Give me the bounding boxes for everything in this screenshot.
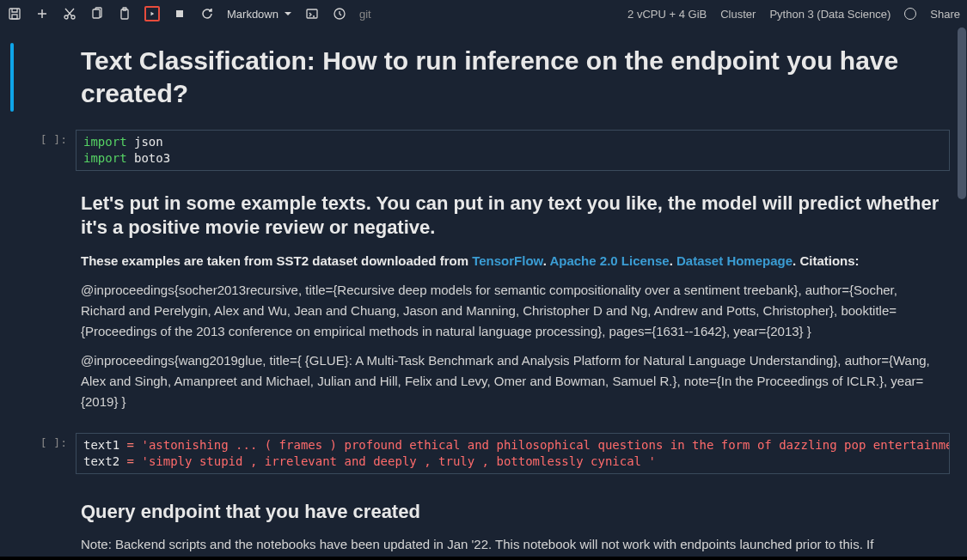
sources-paragraph: These examples are taken from SST2 datas… bbox=[81, 251, 941, 271]
cell-prompt: [ ]: bbox=[0, 130, 76, 146]
citation-1: @inproceedings{socher2013recursive, titl… bbox=[81, 280, 941, 342]
terminal-icon[interactable] bbox=[304, 6, 320, 21]
save-icon[interactable] bbox=[7, 6, 22, 21]
svg-rect-8 bbox=[307, 9, 317, 18]
markdown-cell-intro[interactable]: Let's put in some example texts. You can… bbox=[0, 174, 967, 429]
svg-rect-7 bbox=[176, 10, 183, 17]
run-icon[interactable] bbox=[144, 6, 160, 21]
copy-icon[interactable] bbox=[89, 6, 105, 21]
restart-icon[interactable] bbox=[199, 6, 215, 21]
markdown-cell-title[interactable]: Text Classification: How to run inferenc… bbox=[0, 27, 967, 126]
stop-icon[interactable] bbox=[172, 6, 187, 21]
code-cell-2[interactable]: [ ]: text1 = 'astonishing ... ( frames )… bbox=[0, 429, 967, 478]
svg-rect-1 bbox=[12, 15, 17, 19]
intro-heading: Let's put in some example texts. You can… bbox=[81, 192, 941, 240]
clock-icon[interactable] bbox=[332, 6, 347, 21]
git-label[interactable]: git bbox=[359, 8, 371, 21]
chevron-down-icon bbox=[284, 9, 292, 18]
notebook-content: Text Classification: How to run inferenc… bbox=[0, 27, 967, 560]
tensorflow-link[interactable]: TensorFlow bbox=[472, 253, 543, 268]
resources-status[interactable]: 2 vCPU + 4 GiB bbox=[627, 8, 707, 21]
bottom-border bbox=[0, 557, 967, 560]
cell-type-dropdown[interactable]: Markdown bbox=[227, 8, 292, 21]
markdown-cell-query[interactable]: Query endpoint that you have created Not… bbox=[0, 478, 967, 560]
active-cell-indicator bbox=[10, 43, 14, 112]
cell-type-label: Markdown bbox=[227, 8, 278, 21]
code-editor[interactable]: text1 = 'astonishing ... ( frames ) prof… bbox=[76, 433, 950, 474]
page-title: Text Classification: How to run inferenc… bbox=[81, 45, 941, 109]
dataset-link[interactable]: Dataset Homepage bbox=[676, 253, 793, 268]
query-heading: Query endpoint that you have created bbox=[81, 500, 941, 525]
toolbar: Markdown git 2 vCPU + 4 GiB Cluster Pyth… bbox=[0, 0, 967, 27]
scrollbar[interactable] bbox=[957, 27, 967, 560]
svg-rect-0 bbox=[9, 9, 20, 19]
svg-point-3 bbox=[71, 15, 75, 19]
code-cell-1[interactable]: [ ]: import json import boto3 bbox=[0, 126, 967, 174]
add-icon[interactable] bbox=[34, 6, 50, 21]
kernel-status[interactable]: Python 3 (Data Science) bbox=[769, 8, 890, 21]
license-link[interactable]: Apache 2.0 License bbox=[549, 253, 669, 268]
cut-icon[interactable] bbox=[62, 6, 77, 21]
toolbar-left: Markdown git bbox=[7, 6, 371, 21]
svg-rect-4 bbox=[93, 9, 100, 18]
cluster-status[interactable]: Cluster bbox=[720, 8, 756, 21]
svg-point-2 bbox=[64, 15, 68, 19]
share-button[interactable]: Share bbox=[930, 8, 960, 21]
toolbar-right: 2 vCPU + 4 GiB Cluster Python 3 (Data Sc… bbox=[627, 8, 960, 21]
scrollbar-thumb[interactable] bbox=[958, 27, 966, 199]
cell-prompt: [ ]: bbox=[0, 433, 76, 449]
code-editor[interactable]: import json import boto3 bbox=[76, 130, 950, 171]
citation-2: @inproceedings{wang2019glue, title={ {GL… bbox=[81, 350, 941, 412]
kernel-indicator-icon[interactable] bbox=[904, 8, 916, 20]
paste-icon[interactable] bbox=[117, 6, 132, 21]
